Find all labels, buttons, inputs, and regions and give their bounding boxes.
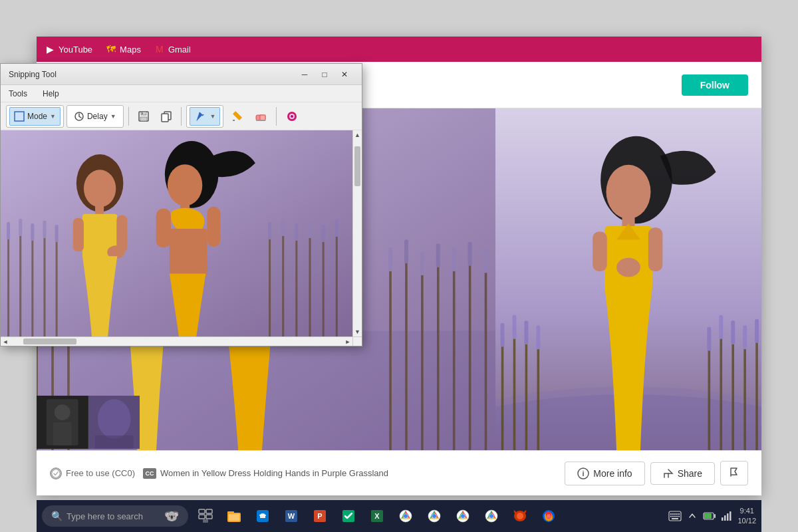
svg-rect-133: [56, 239, 58, 336]
svg-rect-161: [199, 509, 205, 513]
svg-rect-118: [260, 115, 265, 120]
svg-rect-64: [388, 247, 392, 271]
svg-rect-75: [485, 269, 487, 450]
svg-rect-106: [15, 112, 23, 120]
svg-rect-115: [233, 110, 242, 120]
svg-point-97: [55, 404, 70, 420]
minimize-button[interactable]: ─: [295, 67, 314, 82]
tray-time[interactable]: 9:4110/12: [737, 506, 756, 527]
snipping-tool-window: Snipping Tool ─ □ ✕ Tools Help: [0, 63, 362, 346]
scroll-thumb-h[interactable]: [23, 338, 76, 344]
svg-text:i: i: [583, 469, 585, 477]
separator-1: [128, 107, 129, 126]
tab-gmail[interactable]: M Gmail: [154, 44, 191, 55]
battery-icon: [703, 511, 716, 521]
tray-battery-icon[interactable]: [703, 509, 716, 523]
svg-rect-168: [229, 514, 239, 521]
svg-rect-151: [73, 218, 84, 251]
close-button[interactable]: ✕: [335, 67, 354, 82]
tab-maps[interactable]: 🗺 Maps: [106, 44, 141, 55]
tray-up-icon[interactable]: [686, 509, 699, 523]
taskbar-app-chrome-2[interactable]: [421, 503, 448, 529]
svg-rect-24: [513, 335, 516, 450]
svg-rect-200: [670, 516, 672, 517]
snip-image-area: [1, 130, 352, 336]
more-info-button[interactable]: i More info: [565, 462, 644, 485]
search-icon: 🔍: [51, 511, 63, 521]
copy-icon: [160, 110, 172, 122]
clip-button[interactable]: [281, 107, 303, 126]
svg-rect-76: [484, 249, 488, 273]
tray-keyboard-icon[interactable]: [668, 509, 682, 523]
save-button[interactable]: [134, 107, 154, 126]
svg-rect-139: [295, 238, 297, 336]
svg-rect-198: [676, 513, 678, 515]
flag-icon: [729, 467, 739, 477]
delay-button[interactable]: Delay ▼: [70, 107, 120, 126]
taskbar-app-firefox[interactable]: [535, 503, 562, 529]
svg-point-180: [404, 514, 408, 518]
taskbar-app-chrome-1[interactable]: [392, 503, 419, 529]
taskbar-app-explorer[interactable]: [221, 503, 247, 529]
maximize-button[interactable]: □: [315, 67, 334, 82]
svg-point-155: [168, 164, 202, 205]
delay-icon: [74, 111, 84, 122]
tab-gmail-label: Gmail: [168, 45, 191, 55]
taskbar-app-check[interactable]: [335, 503, 362, 529]
taskbar-app-store[interactable]: [249, 503, 276, 529]
svg-rect-126: [7, 222, 10, 239]
share-button[interactable]: Share: [650, 462, 715, 485]
menu-help[interactable]: Help: [40, 88, 62, 100]
svg-rect-72: [452, 247, 456, 271]
menu-tools[interactable]: Tools: [6, 88, 30, 100]
svg-rect-196: [672, 513, 674, 515]
highlighter-button[interactable]: [226, 107, 247, 126]
taskbar-apps: W P X: [192, 503, 562, 529]
license-badge: Free to use (CC0): [50, 467, 135, 479]
store-icon: [255, 509, 270, 523]
license-check-icon: [50, 467, 62, 479]
tray-network-icon[interactable]: [720, 509, 733, 523]
scroll-left-arrow[interactable]: ◄: [1, 337, 10, 346]
taskbar-app-word[interactable]: W: [278, 503, 305, 529]
thumb-item-2[interactable]: [88, 396, 140, 449]
scroll-down-arrow[interactable]: ▼: [353, 327, 362, 336]
svg-rect-70: [436, 243, 440, 267]
browser-topbar: ▶ YouTube 🗺 Maps M Gmail: [37, 37, 761, 62]
svg-rect-136: [268, 222, 271, 239]
svg-point-191: [517, 513, 523, 519]
powerpoint-icon: P: [313, 509, 327, 523]
scroll-right-arrow[interactable]: ►: [343, 337, 352, 346]
scroll-thumb-v[interactable]: [354, 146, 360, 186]
taskbar-app-eagle[interactable]: [507, 503, 533, 529]
mode-button[interactable]: Mode ▼: [9, 107, 61, 126]
taskbar-search-area: 🔍 Type here to search 🐨: [42, 505, 188, 527]
separator-3: [276, 107, 277, 126]
taskbar-app-powerpoint[interactable]: P: [307, 503, 333, 529]
tab-youtube[interactable]: ▶ YouTube: [45, 44, 92, 55]
eraser-button[interactable]: [250, 107, 271, 126]
taskbar-app-chrome-3[interactable]: [450, 503, 476, 529]
taskbar-app-taskview[interactable]: [192, 503, 219, 529]
gmail-icon: M: [154, 44, 165, 55]
svg-rect-29: [536, 325, 540, 349]
svg-rect-128: [19, 219, 22, 236]
flag-button[interactable]: [720, 461, 748, 485]
taskbar-app-excel[interactable]: X: [364, 503, 390, 529]
delay-dropdown-arrow: ▼: [110, 113, 116, 120]
copy-button[interactable]: [156, 107, 176, 126]
snipping-titlebar: Snipping Tool ─ □ ✕: [1, 64, 362, 85]
pen-tool-button[interactable]: ▼: [190, 107, 221, 126]
word-icon: W: [284, 509, 299, 523]
taskbar-app-chrome-4[interactable]: [478, 503, 505, 529]
scroll-up-arrow[interactable]: ▲: [353, 130, 362, 140]
follow-button[interactable]: Follow: [682, 74, 748, 96]
svg-rect-143: [323, 239, 325, 336]
svg-rect-39: [755, 319, 759, 343]
network-icon: [721, 511, 733, 521]
thumb-item-1[interactable]: [37, 396, 88, 449]
bottom-actions: i More info Share: [565, 461, 748, 485]
svg-rect-68: [420, 251, 424, 275]
svg-rect-163: [199, 515, 205, 519]
svg-rect-129: [31, 238, 33, 336]
